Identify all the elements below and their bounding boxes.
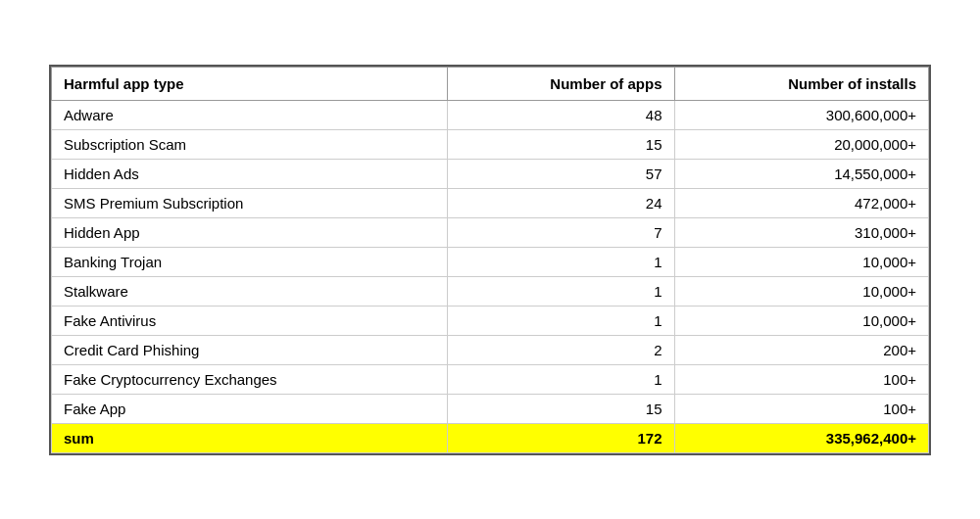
table-row: SMS Premium Subscription24472,000+ — [52, 188, 929, 217]
table-row: Subscription Scam1520,000,000+ — [52, 129, 929, 159]
cell-apps: 48 — [447, 100, 674, 129]
cell-installs: 14,550,000+ — [674, 159, 928, 188]
cell-type: SMS Premium Subscription — [52, 188, 448, 217]
table-row: Hidden Ads5714,550,000+ — [52, 159, 929, 188]
cell-installs: 10,000+ — [674, 306, 928, 335]
cell-apps: 1 — [447, 364, 674, 394]
cell-type: Credit Card Phishing — [52, 335, 448, 364]
cell-type: Stalkware — [52, 276, 448, 306]
col-header-apps: Number of apps — [447, 67, 674, 100]
cell-type: Hidden App — [52, 217, 448, 247]
cell-type: Fake App — [52, 394, 448, 423]
sum-apps: 172 — [447, 423, 674, 452]
cell-installs: 100+ — [674, 394, 928, 423]
table-row: Fake App15100+ — [52, 394, 929, 423]
cell-apps: 7 — [447, 217, 674, 247]
table-header-row: Harmful app type Number of apps Number o… — [52, 67, 929, 100]
cell-type: Hidden Ads — [52, 159, 448, 188]
table-row: Credit Card Phishing2200+ — [52, 335, 929, 364]
cell-apps: 24 — [447, 188, 674, 217]
cell-installs: 10,000+ — [674, 276, 928, 306]
cell-apps: 57 — [447, 159, 674, 188]
harmful-apps-table: Harmful app type Number of apps Number o… — [51, 67, 929, 453]
cell-apps: 2 — [447, 335, 674, 364]
cell-installs: 10,000+ — [674, 247, 928, 276]
cell-installs: 310,000+ — [674, 217, 928, 247]
cell-type: Adware — [52, 100, 448, 129]
cell-type: Banking Trojan — [52, 247, 448, 276]
cell-apps: 15 — [447, 394, 674, 423]
cell-type: Fake Antivirus — [52, 306, 448, 335]
cell-installs: 472,000+ — [674, 188, 928, 217]
table-row: Hidden App7310,000+ — [52, 217, 929, 247]
table-row: Fake Cryptocurrency Exchanges1100+ — [52, 364, 929, 394]
cell-apps: 1 — [447, 276, 674, 306]
cell-apps: 1 — [447, 306, 674, 335]
sum-installs: 335,962,400+ — [674, 423, 928, 452]
cell-apps: 15 — [447, 129, 674, 159]
cell-apps: 1 — [447, 247, 674, 276]
cell-type: Subscription Scam — [52, 129, 448, 159]
cell-installs: 200+ — [674, 335, 928, 364]
table-row: Fake Antivirus110,000+ — [52, 306, 929, 335]
cell-installs: 20,000,000+ — [674, 129, 928, 159]
cell-type: Fake Cryptocurrency Exchanges — [52, 364, 448, 394]
sum-row: sum172335,962,400+ — [52, 423, 929, 452]
table-row: Banking Trojan110,000+ — [52, 247, 929, 276]
cell-installs: 300,600,000+ — [674, 100, 928, 129]
cell-installs: 100+ — [674, 364, 928, 394]
col-header-installs: Number of installs — [674, 67, 928, 100]
table-row: Adware48300,600,000+ — [52, 100, 929, 129]
main-table-container: Harmful app type Number of apps Number o… — [49, 65, 931, 455]
col-header-type: Harmful app type — [52, 67, 448, 100]
table-row: Stalkware110,000+ — [52, 276, 929, 306]
sum-label: sum — [52, 423, 448, 452]
